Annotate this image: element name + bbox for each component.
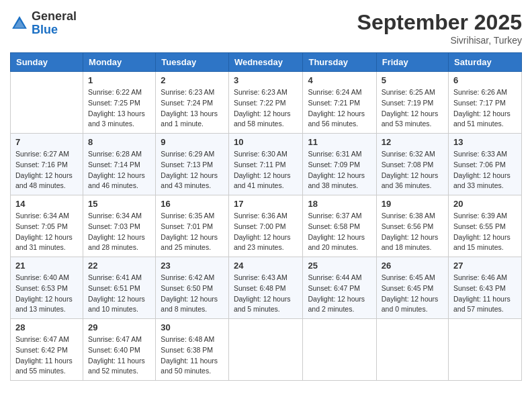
day-number: 12 — [382, 137, 443, 147]
day-number: 4 — [308, 75, 371, 85]
day-number: 16 — [161, 199, 224, 209]
calendar-cell: 13Sunrise: 6:33 AMSunset: 7:06 PMDayligh… — [449, 134, 522, 195]
calendar-cell: 15Sunrise: 6:34 AMSunset: 7:03 PMDayligh… — [83, 195, 156, 257]
day-number: 2 — [161, 75, 224, 85]
day-info: Sunrise: 6:47 AMSunset: 6:40 PMDaylight:… — [88, 334, 150, 377]
day-info: Sunrise: 6:37 AMSunset: 6:58 PMDaylight:… — [308, 211, 371, 253]
calendar-cell — [303, 319, 376, 381]
calendar-cell: 10Sunrise: 6:30 AMSunset: 7:11 PMDayligh… — [228, 134, 303, 195]
day-info: Sunrise: 6:45 AMSunset: 6:45 PMDaylight:… — [382, 273, 443, 315]
calendar-cell: 17Sunrise: 6:36 AMSunset: 7:00 PMDayligh… — [228, 195, 303, 257]
calendar-cell: 23Sunrise: 6:42 AMSunset: 6:50 PMDayligh… — [156, 257, 229, 319]
day-info: Sunrise: 6:42 AMSunset: 6:50 PMDaylight:… — [161, 273, 224, 315]
calendar-header-sunday: Sunday — [11, 53, 83, 72]
calendar-cell: 25Sunrise: 6:44 AMSunset: 6:47 PMDayligh… — [303, 257, 376, 319]
day-info: Sunrise: 6:25 AMSunset: 7:19 PMDaylight:… — [382, 87, 443, 130]
location: Sivrihisar, Turkey — [357, 35, 522, 46]
calendar-cell — [228, 319, 303, 381]
calendar-cell: 1Sunrise: 6:22 AMSunset: 7:25 PMDaylight… — [83, 72, 156, 134]
day-number: 18 — [308, 199, 371, 209]
logo: General Blue — [10, 10, 77, 37]
calendar-week-row: 28Sunrise: 6:47 AMSunset: 6:42 PMDayligh… — [11, 319, 522, 381]
day-number: 30 — [161, 322, 224, 332]
day-number: 10 — [234, 137, 298, 147]
day-info: Sunrise: 6:41 AMSunset: 6:51 PMDaylight:… — [88, 273, 150, 315]
day-info: Sunrise: 6:38 AMSunset: 6:56 PMDaylight:… — [382, 211, 443, 253]
calendar-header-wednesday: Wednesday — [228, 53, 303, 72]
day-info: Sunrise: 6:34 AMSunset: 7:03 PMDaylight:… — [88, 211, 150, 253]
calendar-cell: 22Sunrise: 6:41 AMSunset: 6:51 PMDayligh… — [83, 257, 156, 319]
calendar-cell: 21Sunrise: 6:40 AMSunset: 6:53 PMDayligh… — [11, 257, 83, 319]
calendar-cell: 2Sunrise: 6:23 AMSunset: 7:24 PMDaylight… — [156, 72, 229, 134]
logo-general-text: General — [32, 9, 77, 23]
day-number: 8 — [88, 137, 150, 147]
day-info: Sunrise: 6:46 AMSunset: 6:43 PMDaylight:… — [453, 273, 517, 315]
day-number: 28 — [15, 322, 78, 332]
day-number: 15 — [88, 199, 150, 209]
day-number: 6 — [453, 75, 517, 85]
day-number: 3 — [234, 75, 298, 85]
day-number: 20 — [453, 199, 517, 209]
calendar-cell: 9Sunrise: 6:29 AMSunset: 7:13 PMDaylight… — [156, 134, 229, 195]
day-info: Sunrise: 6:30 AMSunset: 7:11 PMDaylight:… — [234, 149, 298, 191]
day-number: 14 — [15, 199, 78, 209]
day-info: Sunrise: 6:43 AMSunset: 6:48 PMDaylight:… — [234, 273, 298, 315]
day-info: Sunrise: 6:39 AMSunset: 6:55 PMDaylight:… — [453, 211, 517, 253]
calendar-cell: 26Sunrise: 6:45 AMSunset: 6:45 PMDayligh… — [376, 257, 448, 319]
day-info: Sunrise: 6:31 AMSunset: 7:09 PMDaylight:… — [308, 149, 371, 191]
calendar-week-row: 14Sunrise: 6:34 AMSunset: 7:05 PMDayligh… — [11, 195, 522, 257]
day-info: Sunrise: 6:33 AMSunset: 7:06 PMDaylight:… — [453, 149, 517, 191]
calendar-week-row: 7Sunrise: 6:27 AMSunset: 7:16 PMDaylight… — [11, 134, 522, 195]
calendar-cell — [11, 72, 83, 134]
day-info: Sunrise: 6:23 AMSunset: 7:24 PMDaylight:… — [161, 87, 224, 130]
calendar-header-row: SundayMondayTuesdayWednesdayThursdayFrid… — [11, 53, 522, 72]
day-number: 21 — [15, 261, 78, 271]
calendar-week-row: 1Sunrise: 6:22 AMSunset: 7:25 PMDaylight… — [11, 72, 522, 134]
day-number: 17 — [234, 199, 298, 209]
day-info: Sunrise: 6:44 AMSunset: 6:47 PMDaylight:… — [308, 273, 371, 315]
calendar-cell: 14Sunrise: 6:34 AMSunset: 7:05 PMDayligh… — [11, 195, 83, 257]
day-info: Sunrise: 6:27 AMSunset: 7:16 PMDaylight:… — [15, 149, 78, 191]
calendar-cell: 16Sunrise: 6:35 AMSunset: 7:01 PMDayligh… — [156, 195, 229, 257]
calendar-cell: 4Sunrise: 6:24 AMSunset: 7:21 PMDaylight… — [303, 72, 376, 134]
day-info: Sunrise: 6:47 AMSunset: 6:42 PMDaylight:… — [15, 334, 78, 377]
page-header: General Blue September 2025 Sivrihisar, … — [10, 10, 522, 46]
day-info: Sunrise: 6:24 AMSunset: 7:21 PMDaylight:… — [308, 87, 371, 130]
calendar-cell: 8Sunrise: 6:28 AMSunset: 7:14 PMDaylight… — [83, 134, 156, 195]
calendar-table: SundayMondayTuesdayWednesdayThursdayFrid… — [10, 52, 522, 381]
calendar-header-monday: Monday — [83, 53, 156, 72]
day-number: 24 — [234, 261, 298, 271]
day-number: 22 — [88, 261, 150, 271]
logo-icon — [10, 14, 29, 33]
calendar-cell — [449, 319, 522, 381]
calendar-header-friday: Friday — [376, 53, 448, 72]
day-info: Sunrise: 6:26 AMSunset: 7:17 PMDaylight:… — [453, 87, 517, 130]
day-info: Sunrise: 6:29 AMSunset: 7:13 PMDaylight:… — [161, 149, 224, 191]
day-info: Sunrise: 6:48 AMSunset: 6:38 PMDaylight:… — [161, 334, 224, 377]
day-info: Sunrise: 6:32 AMSunset: 7:08 PMDaylight:… — [382, 149, 443, 191]
month-title: September 2025 — [357, 10, 522, 35]
calendar-cell: 11Sunrise: 6:31 AMSunset: 7:09 PMDayligh… — [303, 134, 376, 195]
day-info: Sunrise: 6:28 AMSunset: 7:14 PMDaylight:… — [88, 149, 150, 191]
day-number: 7 — [15, 137, 78, 147]
day-number: 9 — [161, 137, 224, 147]
day-number: 5 — [382, 75, 443, 85]
calendar-cell: 24Sunrise: 6:43 AMSunset: 6:48 PMDayligh… — [228, 257, 303, 319]
day-info: Sunrise: 6:36 AMSunset: 7:00 PMDaylight:… — [234, 211, 298, 253]
day-number: 26 — [382, 261, 443, 271]
calendar-cell: 28Sunrise: 6:47 AMSunset: 6:42 PMDayligh… — [11, 319, 83, 381]
calendar-cell: 27Sunrise: 6:46 AMSunset: 6:43 PMDayligh… — [449, 257, 522, 319]
day-number: 19 — [382, 199, 443, 209]
calendar-cell: 19Sunrise: 6:38 AMSunset: 6:56 PMDayligh… — [376, 195, 448, 257]
calendar-cell — [376, 319, 448, 381]
day-info: Sunrise: 6:40 AMSunset: 6:53 PMDaylight:… — [15, 273, 78, 315]
day-info: Sunrise: 6:22 AMSunset: 7:25 PMDaylight:… — [88, 87, 150, 130]
logo-blue-text: Blue — [32, 23, 58, 36]
calendar-cell: 6Sunrise: 6:26 AMSunset: 7:17 PMDaylight… — [449, 72, 522, 134]
calendar-cell: 20Sunrise: 6:39 AMSunset: 6:55 PMDayligh… — [449, 195, 522, 257]
day-number: 25 — [308, 261, 371, 271]
calendar-cell: 12Sunrise: 6:32 AMSunset: 7:08 PMDayligh… — [376, 134, 448, 195]
day-number: 23 — [161, 261, 224, 271]
day-number: 11 — [308, 137, 371, 147]
day-number: 1 — [88, 75, 150, 85]
